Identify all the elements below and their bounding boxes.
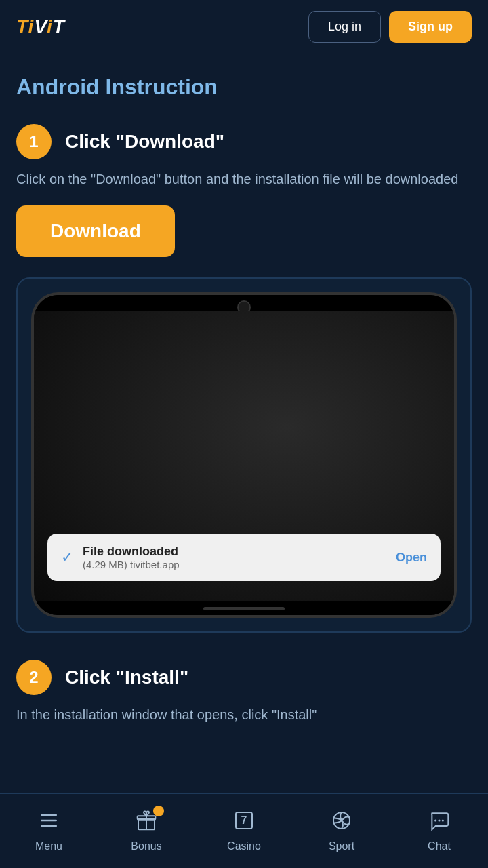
step-1: 1 Click "Download" Click on the "Downloa… [16,124,472,257]
phone-top-bar [34,295,454,311]
nav-label-bonus: Bonus [131,840,161,852]
step-1-title: Click "Download" [65,131,224,153]
phone-home-indicator [203,607,285,610]
nav-item-casino[interactable]: 7 Casino [195,810,293,852]
nav-item-chat[interactable]: Chat [390,810,488,852]
notification-title: File downloaded [83,545,180,559]
nav-item-bonus[interactable]: Bonus [98,810,195,852]
notification-left: ✓ File downloaded (4.29 MB) tivitbet.app [61,545,180,570]
bottom-nav: Menu Bonus 7 Casino [0,793,488,868]
phone-mockup-container: ✓ File downloaded (4.29 MB) tivitbet.app… [16,277,472,633]
header: TiViT Log in Sign up [0,0,488,54]
menu-icon [38,810,60,836]
step-1-number: 1 [16,124,52,159]
sport-icon [331,810,352,836]
logo: TiViT [16,16,65,38]
gift-icon [136,810,157,836]
download-notification: ✓ File downloaded (4.29 MB) tivitbet.app… [47,534,441,581]
check-icon: ✓ [61,549,73,566]
download-button[interactable]: Download [16,205,175,257]
notification-subtitle: (4.29 MB) tivitbet.app [83,559,180,570]
nav-item-menu[interactable]: Menu [0,810,98,852]
phone-side-button-right [455,375,457,409]
step-1-description: Click on the "Download" button and the i… [16,169,472,189]
phone-screen: ✓ File downloaded (4.29 MB) tivitbet.app… [34,311,454,601]
step-2-number: 2 [16,660,52,695]
step-2-title: Click "Install" [65,667,188,688]
svg-point-10 [438,819,440,821]
svg-rect-1 [41,820,57,822]
main-content: Android Instruction 1 Click "Download" C… [0,54,488,827]
signup-button[interactable]: Sign up [389,11,472,43]
page-title: Android Instruction [16,75,472,100]
phone-side-buttons-left [31,391,33,466]
login-button[interactable]: Log in [308,11,381,43]
chat-icon [428,810,450,836]
phone-mockup: ✓ File downloaded (4.29 MB) tivitbet.app… [31,292,457,618]
step-2-description: In the installation window that opens, c… [16,705,472,725]
nav-label-casino: Casino [227,840,261,852]
header-buttons: Log in Sign up [308,11,472,43]
notification-text: File downloaded (4.29 MB) tivitbet.app [83,545,180,570]
nav-item-sport[interactable]: Sport [293,810,390,852]
step-2-header: 2 Click "Install" [16,660,472,695]
nav-label-sport: Sport [329,840,354,852]
nav-label-chat: Chat [428,840,451,852]
svg-rect-0 [41,814,57,816]
phone-bottom-bar [34,601,454,615]
svg-point-9 [434,819,436,821]
bonus-badge [153,806,164,816]
casino-icon: 7 [233,810,255,836]
step-1-header: 1 Click "Download" [16,124,472,159]
svg-point-11 [442,819,444,821]
step-2: 2 Click "Install" In the installation wi… [16,660,472,725]
svg-text:7: 7 [241,814,247,826]
notification-open-button[interactable]: Open [396,551,427,565]
svg-rect-2 [41,825,57,827]
nav-label-menu: Menu [35,840,62,852]
